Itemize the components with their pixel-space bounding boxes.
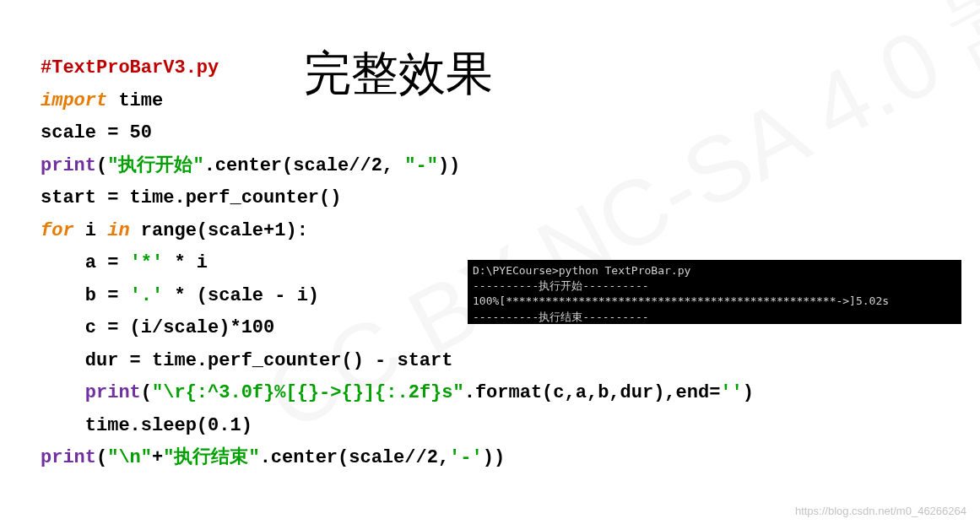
text: + — [152, 447, 163, 468]
text: )) — [438, 155, 460, 176]
text: * (scale - i) — [163, 285, 319, 306]
text: ) — [743, 382, 754, 403]
string: "\r{:^3.0f}%[{}->{}]{:.2f}s" — [152, 382, 464, 403]
text: .format(c,a,b,dur),end= — [464, 382, 721, 403]
string: "\n" — [107, 447, 152, 468]
text: start = time.perf_counter() — [41, 187, 341, 208]
code-line-11: print("\r{:^3.0f}%[{}->{}]{:.2f}s".forma… — [41, 377, 754, 410]
terminal-line: 100%[***********************************… — [473, 294, 889, 307]
code-line-1: #TextProBarV3.py — [41, 52, 754, 85]
terminal-line: D:\PYECourse>python TextProBar.py — [473, 264, 690, 277]
code-line-13: print("\n"+"执行结束".center(scale//2,'-')) — [41, 442, 754, 475]
keyword-import: import — [41, 90, 107, 111]
text: b = — [41, 285, 130, 306]
text — [41, 382, 85, 403]
text: range(scale+1): — [130, 220, 308, 241]
func-print: print — [41, 447, 96, 468]
code-line-12: time.sleep(0.1) — [41, 410, 754, 443]
code-line-6: for i in range(scale+1): — [41, 215, 754, 248]
text: time.sleep(0.1) — [41, 415, 252, 436]
text: )) — [483, 447, 505, 468]
watermark: https://blog.csdn.net/m0_46266264 — [795, 505, 966, 517]
code-line-5: start = time.perf_counter() — [41, 182, 754, 215]
text: ( — [96, 155, 107, 176]
text: .center(scale//2, — [204, 155, 405, 176]
terminal-line: ----------执行开始---------- — [473, 279, 649, 292]
text: .center(scale//2, — [260, 447, 449, 468]
text: i — [74, 220, 108, 241]
string: '' — [720, 382, 742, 403]
text: ( — [141, 382, 152, 403]
func-print: print — [85, 382, 141, 403]
string: "执行开始" — [107, 155, 203, 176]
comment: #TextProBarV3.py — [41, 57, 219, 78]
string: "执行结束" — [163, 447, 259, 468]
text: * i — [163, 252, 208, 273]
terminal-output: D:\PYECourse>python TextProBar.py ------… — [468, 260, 961, 324]
text: c = (i/scale)*100 — [41, 317, 274, 338]
text: scale = 50 — [41, 122, 152, 143]
code-line-2: import time — [41, 85, 754, 118]
string: '*' — [130, 252, 164, 273]
keyword-in: in — [107, 220, 129, 241]
text: time — [107, 90, 163, 111]
func-print: print — [41, 155, 96, 176]
code-line-10: dur = time.perf_counter() - start — [41, 345, 754, 378]
string: "-" — [404, 155, 438, 176]
text: a = — [41, 252, 130, 273]
text: dur = time.perf_counter() - start — [41, 350, 452, 371]
string: '-' — [449, 447, 483, 468]
keyword-for: for — [41, 220, 74, 241]
string: '.' — [130, 285, 164, 306]
code-line-3: scale = 50 — [41, 117, 754, 150]
text: ( — [96, 447, 107, 468]
terminal-line: ----------执行结束---------- — [473, 311, 649, 323]
code-line-4: print("执行开始".center(scale//2, "-")) — [41, 150, 754, 183]
